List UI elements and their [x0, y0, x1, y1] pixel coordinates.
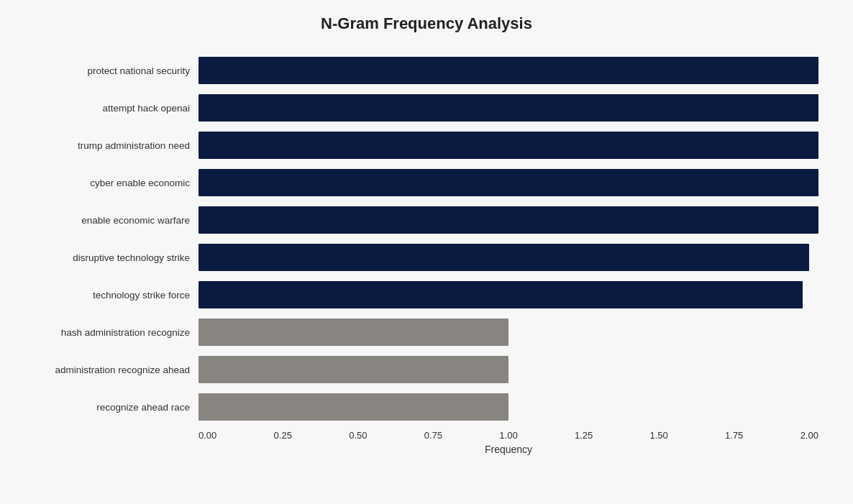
bar-row: trump administration need [20, 128, 818, 162]
bar-row: disruptive technology strike [20, 240, 818, 275]
bar-label: disruptive technology strike [20, 252, 199, 263]
bar-track [199, 319, 818, 346]
bar-fill [199, 319, 508, 346]
x-axis-label: Frequency [199, 444, 818, 455]
bar-label: administration recognize ahead [20, 365, 199, 375]
bar-label: attempt hack openai [20, 103, 199, 114]
bar-track [199, 356, 818, 383]
bar-row: cyber enable economic [20, 165, 818, 200]
x-tick: 1.75 [725, 430, 743, 441]
bar-label: trump administration need [20, 140, 199, 151]
bar-row: protect national security [20, 53, 818, 88]
bar-fill [199, 206, 818, 234]
bar-track [199, 244, 818, 271]
x-tick: 0.50 [349, 430, 367, 441]
x-axis-area: 0.000.250.500.751.001.251.501.752.00 Fre… [199, 430, 818, 455]
bar-track [199, 393, 818, 421]
bar-row: recognize ahead race [20, 390, 818, 424]
bars-area: protect national securityattempt hack op… [20, 53, 818, 427]
bar-row: enable economic warfare [20, 203, 818, 237]
bar-track [199, 132, 818, 159]
bar-label: enable economic warfare [20, 215, 199, 226]
bar-fill [199, 244, 809, 271]
bar-track [199, 94, 818, 122]
bar-track [199, 169, 818, 196]
bar-row: technology strike force [20, 278, 818, 312]
bar-fill [199, 169, 818, 196]
x-tick: 1.50 [649, 430, 667, 441]
bar-label: hash administration recognize [20, 327, 199, 338]
bar-fill [199, 393, 508, 421]
x-ticks: 0.000.250.500.751.001.251.501.752.00 [199, 430, 818, 441]
bar-track [199, 57, 818, 84]
bar-fill [199, 94, 818, 122]
x-tick: 0.00 [199, 430, 216, 441]
chart-container: protect national securityattempt hack op… [20, 46, 833, 462]
chart-title: N-Gram Frequency Analysis [321, 14, 532, 33]
bar-fill [199, 281, 803, 308]
bar-label: cyber enable economic [20, 178, 199, 188]
bar-fill [199, 132, 818, 159]
bar-label: recognize ahead race [20, 402, 199, 413]
x-tick: 0.25 [274, 430, 292, 441]
bar-row: hash administration recognize [20, 315, 818, 349]
bar-track [199, 281, 818, 308]
bar-row: administration recognize ahead [20, 352, 818, 387]
x-tick: 2.00 [800, 430, 818, 441]
x-tick: 1.25 [575, 430, 593, 441]
bar-track [199, 206, 818, 234]
x-tick: 0.75 [424, 430, 442, 441]
bar-fill [199, 57, 818, 84]
bar-label: technology strike force [20, 290, 199, 301]
bar-label: protect national security [20, 65, 199, 76]
bar-fill [199, 356, 508, 383]
x-tick: 1.00 [499, 430, 517, 441]
bar-row: attempt hack openai [20, 91, 818, 125]
